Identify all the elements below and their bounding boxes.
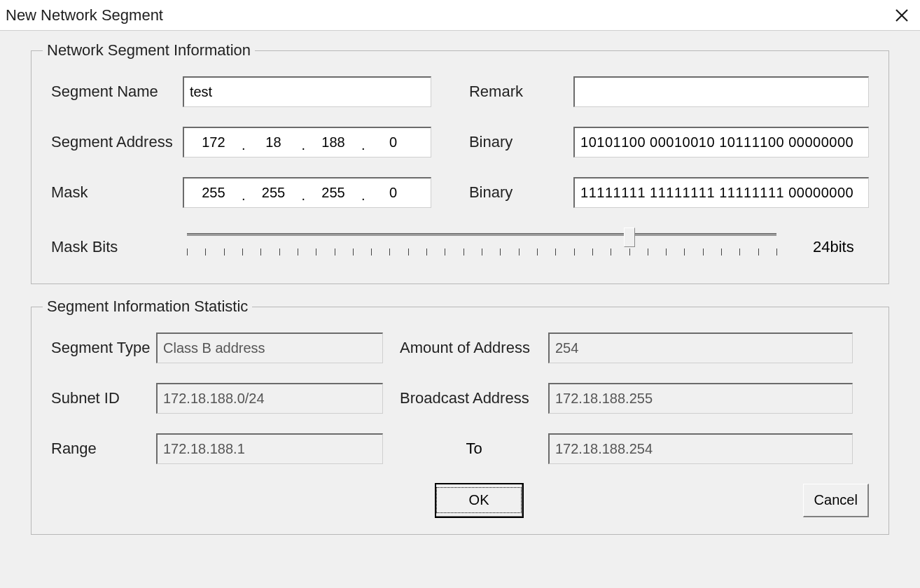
- slider-ticks: [187, 248, 776, 258]
- broadcast-value: [548, 383, 853, 414]
- dialog-body: Network Segment Information Segment Name…: [0, 31, 920, 549]
- segment-type-value: [156, 332, 383, 363]
- mask-ip-control[interactable]: . . .: [183, 177, 431, 208]
- dot-icon: .: [298, 188, 308, 204]
- to-label: To: [400, 440, 548, 458]
- dot-icon: .: [358, 188, 368, 204]
- subnet-id-label: Subnet ID: [51, 389, 156, 407]
- ok-button[interactable]: OK: [435, 484, 524, 517]
- addr-octet-1[interactable]: [188, 134, 239, 150]
- ok-button-label: OK: [436, 487, 522, 513]
- remark-input[interactable]: [573, 76, 869, 107]
- dot-icon: .: [298, 137, 308, 153]
- dot-icon: .: [239, 188, 249, 204]
- group-network-segment-info: Network Segment Information Segment Name…: [31, 50, 889, 284]
- titlebar: New Network Segment: [0, 0, 920, 31]
- slider-track: [187, 233, 776, 236]
- broadcast-label: Broadcast Address: [400, 389, 548, 407]
- mask-octet-3[interactable]: [308, 185, 358, 201]
- group-legend: Segment Information Statistic: [43, 298, 252, 316]
- addr-octet-2[interactable]: [248, 134, 298, 150]
- addr-binary-value[interactable]: [573, 127, 869, 158]
- segment-type-label: Segment Type: [51, 339, 156, 357]
- mask-binary-value[interactable]: [573, 177, 869, 208]
- range-to-value: [548, 433, 853, 464]
- segment-name-label: Segment Name: [51, 83, 183, 101]
- close-icon[interactable]: [892, 6, 912, 25]
- mask-bits-label: Mask Bits: [51, 238, 187, 256]
- mask-octet-1[interactable]: [188, 185, 239, 201]
- segment-name-input[interactable]: [183, 76, 431, 107]
- addr-octet-3[interactable]: [308, 134, 358, 150]
- dot-icon: .: [239, 137, 249, 153]
- group-segment-statistic: Segment Information Statistic Segment Ty…: [31, 307, 889, 535]
- addr-binary-label: Binary: [469, 133, 573, 151]
- range-label: Range: [51, 440, 156, 458]
- mask-label: Mask: [51, 183, 183, 202]
- amount-value: [548, 332, 853, 363]
- dot-icon: .: [358, 137, 368, 153]
- amount-label: Amount of Address: [400, 339, 548, 357]
- mask-binary-label: Binary: [469, 183, 573, 202]
- addr-octet-4[interactable]: [368, 134, 419, 150]
- segment-address-ip-control[interactable]: . . .: [183, 127, 431, 158]
- remark-label: Remark: [469, 83, 573, 101]
- cancel-button[interactable]: Cancel: [803, 484, 869, 517]
- mask-bits-slider[interactable]: [187, 227, 804, 267]
- subnet-id-value: [156, 383, 383, 414]
- range-from-value: [156, 433, 383, 464]
- mask-octet-2[interactable]: [248, 185, 298, 201]
- mask-octet-4[interactable]: [368, 185, 419, 201]
- mask-bits-value: 24bits: [813, 238, 869, 256]
- group-legend: Network Segment Information: [43, 41, 255, 59]
- slider-thumb[interactable]: [624, 227, 635, 247]
- segment-address-label: Segment Address: [51, 133, 183, 151]
- window-title: New Network Segment: [6, 6, 163, 24]
